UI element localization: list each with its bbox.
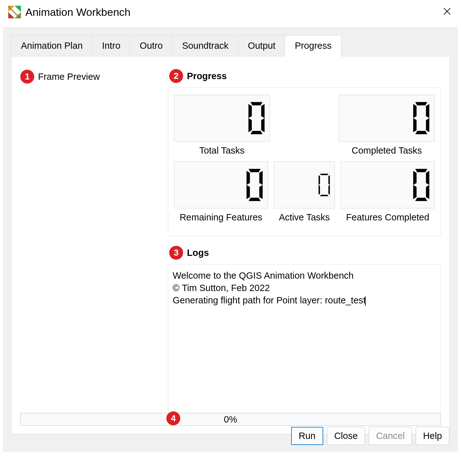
progress-bar-text: 0% [224, 414, 237, 425]
label-completed-tasks: Completed Tasks [352, 145, 422, 156]
counter-completed-tasks: Completed Tasks [339, 95, 435, 156]
logs-box[interactable]: Welcome to the QGIS Animation Workbench … [168, 264, 441, 421]
close-button[interactable]: Close [327, 427, 365, 445]
lcd-total-tasks [174, 95, 270, 142]
run-button[interactable]: Run [291, 427, 323, 445]
progress-group: Total Tasks Completed Tasks [168, 87, 441, 236]
label-remaining-features: Remaining Features [180, 212, 262, 223]
tab-bar: Animation Plan Intro Outro Soundtrack Ou… [11, 35, 450, 56]
titlebar-left: Animation Workbench [8, 6, 131, 18]
dialog-button-row: Run Close Cancel Help [291, 427, 449, 445]
counter-total-tasks: Total Tasks [174, 95, 270, 156]
annotation-badge-3: 3 [169, 246, 183, 260]
titlebar: Animation Workbench [0, 0, 461, 24]
tab-soundtrack[interactable]: Soundtrack [172, 35, 239, 56]
svg-marker-2 [8, 12, 15, 18]
label-features-completed: Features Completed [346, 212, 429, 223]
progress-title: Progress [187, 71, 227, 81]
text-cursor [365, 296, 366, 306]
progress-bar: 4 0% [20, 413, 441, 426]
tab-content-progress: 1 Frame Preview 2 Progress Total [11, 56, 450, 434]
qgis-icon [8, 6, 21, 18]
content-frame: Animation Plan Intro Outro Soundtrack Ou… [3, 27, 458, 452]
lcd-features-completed [341, 162, 435, 208]
annotation-badge-4: 4 [166, 411, 180, 425]
counter-features-completed: Features Completed [341, 162, 435, 223]
tab-animation-plan[interactable]: Animation Plan [11, 35, 93, 56]
logs-title: Logs [187, 248, 209, 258]
help-button[interactable]: Help [416, 427, 449, 445]
frame-preview-label: Frame Preview [38, 72, 100, 82]
counter-active-tasks: Active Tasks [274, 162, 335, 223]
lcd-remaining-features [174, 162, 268, 208]
label-active-tasks: Active Tasks [279, 212, 330, 223]
lcd-active-tasks [274, 162, 335, 208]
tab-outro[interactable]: Outro [130, 35, 173, 56]
tab-intro[interactable]: Intro [92, 35, 130, 56]
window-title: Animation Workbench [25, 6, 131, 18]
tab-progress[interactable]: Progress [285, 35, 341, 56]
counter-remaining-features: Remaining Features [174, 162, 268, 223]
close-icon[interactable] [443, 7, 453, 17]
annotation-badge-2: 2 [169, 69, 183, 83]
progress-bar-row: 4 0% [20, 413, 441, 426]
logs-text: Welcome to the QGIS Animation Workbench … [173, 270, 436, 307]
lcd-completed-tasks [339, 95, 435, 142]
svg-marker-1 [15, 6, 21, 12]
label-total-tasks: Total Tasks [199, 145, 245, 156]
annotation-badge-1: 1 [20, 70, 34, 84]
cancel-button[interactable]: Cancel [369, 427, 412, 445]
tab-output[interactable]: Output [238, 35, 285, 56]
